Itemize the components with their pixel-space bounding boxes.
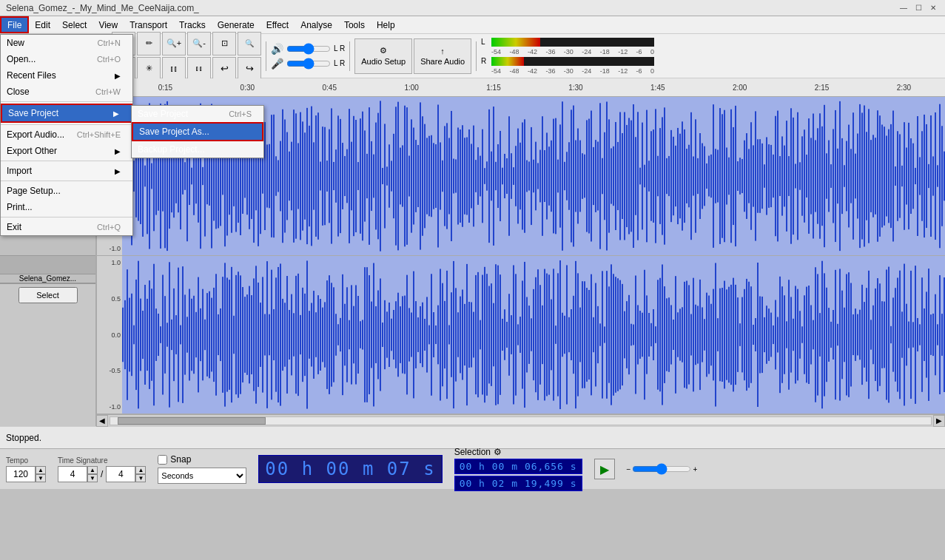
amp-bot-1: -1.0 (109, 245, 121, 252)
menu-effect[interactable]: Effect (260, 16, 295, 33)
sub-backup-label: Backup Project... (138, 144, 205, 155)
menu-exit[interactable]: Exit Ctrl+Q (1, 219, 132, 235)
select-button[interactable]: Select (19, 287, 78, 303)
selection-settings-icon[interactable]: ⚙ (494, 447, 502, 457)
menu-edit[interactable]: Edit (29, 16, 56, 33)
minimize-button[interactable]: — (898, 2, 909, 14)
snap-select[interactable]: Seconds Beats Bars (158, 468, 246, 484)
recent-label: Recent Files (7, 70, 56, 81)
status-bar: Stopped. (0, 426, 945, 448)
time-sig-den-up[interactable]: ▲ (135, 466, 146, 474)
amplitude-labels-2: 1.0 0.5 0.0 -0.5 -1.0 (96, 256, 122, 414)
wave-expand[interactable]: ⫿⫿ (162, 57, 186, 81)
time-display: 00 h 00 m 07 s (258, 455, 442, 483)
sub-save-as-label: Save Project As... (139, 126, 209, 137)
time-sig-num-input[interactable] (58, 466, 87, 482)
menu-export-audio[interactable]: Export Audio... Ctrl+Shift+E (1, 126, 132, 143)
submenu-save-project[interactable]: Save Project Ctrl+S (132, 106, 263, 122)
file-dropdown: New Ctrl+N Open... Ctrl+O Recent Files C… (0, 34, 133, 236)
import-label: Import (7, 166, 32, 176)
amp-high-2: 0.5 (111, 295, 121, 303)
save-project-label: Save Project (8, 108, 58, 118)
sub-save-shortcut: Ctrl+S (229, 109, 252, 118)
close-shortcut: Ctrl+W (95, 87, 121, 96)
menu-tools[interactable]: Tools (338, 16, 371, 33)
bottom-bar: Tempo ▲ ▼ Time Signature ▲ ▼ / ▲ (0, 448, 945, 489)
envelope-tool[interactable]: ✏ (137, 32, 161, 55)
amp-top-2: 1.0 (111, 259, 121, 266)
status-text: Stopped. (6, 433, 41, 443)
time-sig-den-input[interactable] (106, 466, 135, 482)
menu-save-project[interactable]: Save Project Save Project Ctrl+S Save Pr… (1, 104, 132, 123)
tempo-input[interactable] (6, 466, 36, 482)
menu-help[interactable]: Help (371, 16, 401, 33)
new-label: New (7, 38, 24, 48)
separator-3 (349, 41, 350, 71)
submenu-save-project-as[interactable]: Save Project As... (132, 122, 263, 141)
export-other-label: Export Other (7, 146, 57, 156)
undo-btn[interactable]: ↩ (212, 57, 236, 81)
tempo-down[interactable]: ▼ (36, 474, 46, 482)
waveform-2[interactable] (122, 256, 945, 414)
redo-btn[interactable]: ↪ (238, 57, 261, 81)
tempo-field: Tempo ▲ ▼ (6, 456, 46, 482)
scroll-left-arrow[interactable]: ◀ (96, 415, 108, 427)
record-volume-value: L R (334, 59, 345, 67)
page-setup-label: Page Setup... (7, 186, 61, 196)
tempo-spinner-btns: ▲ ▼ (36, 466, 46, 482)
mic-icon: 🎤 (271, 58, 283, 70)
close-button[interactable]: ✕ (927, 2, 939, 14)
menu-import[interactable]: Import (1, 163, 132, 179)
scroll-right-arrow[interactable]: ▶ (933, 415, 945, 427)
time-sig-num-up[interactable]: ▲ (87, 466, 98, 474)
share-icon: ↑ (440, 47, 445, 55)
audio-setup-button[interactable]: ⚙ Audio Setup (354, 38, 412, 74)
menu-select[interactable]: Select (56, 16, 93, 33)
track-2-row: 1.0 0.5 0.0 -0.5 -1.0 (96, 256, 945, 414)
meter-r-bar (491, 57, 654, 66)
snap-checkbox[interactable] (158, 455, 167, 465)
menu-recent[interactable]: Recent Files (1, 67, 132, 84)
menu-file[interactable]: File (0, 16, 29, 33)
track-header-2 (0, 256, 95, 274)
tempo-up[interactable]: ▲ (36, 466, 46, 474)
exit-label: Exit (7, 222, 21, 232)
toolbar: ⏮ ▶ ● ↻ ↗ ✏ 🔍+ 🔍- ⊡ 🔍 ✒ ✳ ⫿⫿ ⫾⫾ ↩ ↪ 🔊 L … (0, 34, 945, 78)
menu-new[interactable]: New Ctrl+N (1, 35, 132, 51)
maximize-button[interactable]: ☐ (912, 2, 924, 14)
playback-play-btn[interactable]: ▶ (594, 459, 615, 479)
menu-close[interactable]: Close Ctrl+W (1, 84, 132, 100)
meter-row-r: R (481, 57, 654, 66)
time-sig-den-btns: ▲ ▼ (135, 466, 146, 482)
scroll-track[interactable] (110, 416, 932, 425)
zoom-out-tool[interactable]: 🔍- (187, 32, 211, 55)
menu-page-setup[interactable]: Page Setup... (1, 183, 132, 199)
record-volume-slider[interactable] (286, 58, 331, 70)
playback-volume-slider[interactable] (286, 43, 331, 55)
menu-export-other[interactable]: Export Other (1, 143, 132, 159)
time-sig-num-down[interactable]: ▼ (87, 474, 98, 482)
fit-tool[interactable]: ⊡ (212, 32, 236, 55)
output-vol-slider[interactable] (632, 463, 691, 475)
selection-label: Selection (454, 447, 491, 457)
snap-section: Snap Seconds Beats Bars (158, 454, 246, 484)
time-sig-den-down[interactable]: ▼ (135, 474, 146, 482)
meter-labels: -54-48-42-36-30-24-18-12-60 (491, 48, 654, 55)
track-name-2: Selena_Gomez... (19, 274, 76, 283)
zoom-sel-tool[interactable]: 🔍 (238, 32, 261, 55)
zoom-in-tool[interactable]: 🔍+ (162, 32, 186, 55)
horizontal-scrollbar: ◀ ▶ (96, 414, 945, 426)
submenu-backup-project[interactable]: Backup Project... (132, 141, 263, 158)
export-audio-shortcut: Ctrl+Shift+E (77, 130, 121, 139)
speaker-icon: 🔊 (271, 43, 283, 55)
share-audio-label: Share Audio (420, 57, 465, 66)
share-audio-button[interactable]: ↑ Share Audio (414, 38, 471, 74)
vol-minus-icon: − (627, 465, 631, 473)
menu-print[interactable]: Print... (1, 199, 132, 215)
wave-compress[interactable]: ⫾⫾ (187, 57, 211, 81)
meter-l-label: L (481, 38, 490, 46)
multi-tool[interactable]: ✳ (137, 57, 161, 81)
scroll-thumb[interactable] (118, 417, 266, 425)
menu-open[interactable]: Open... Ctrl+O (1, 51, 132, 67)
menu-analyse[interactable]: Analyse (295, 16, 338, 33)
